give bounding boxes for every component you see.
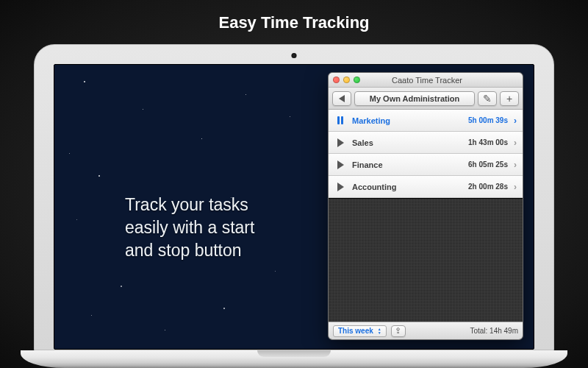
project-breadcrumb[interactable]: My Own Administration [354,91,475,106]
chevron-right-icon: › [514,160,517,170]
task-row[interactable]: Marketing 5h 00m 39s › [329,110,523,132]
camera-dot [292,53,297,58]
stepper-arrows-icon [378,328,381,335]
window-title: Caato Time Tracker [336,76,518,85]
task-row[interactable]: Finance 6h 05m 25s › [329,154,523,176]
promo-text: Track your tasks easily with a start and… [125,194,254,262]
titlebar: Caato Time Tracker [329,73,523,88]
task-time: 1h 43m 00s [468,138,508,146]
play-button[interactable] [334,159,346,171]
play-icon [337,160,344,169]
add-button[interactable]: + [500,91,519,106]
breadcrumb-label: My Own Administration [370,94,459,103]
pencil-icon: ✎ [483,93,492,105]
total-label: Total: 14h 49m [470,327,518,335]
task-name: Sales [352,138,462,147]
back-icon [339,95,345,102]
task-time: 2h 00m 28s [468,183,508,191]
play-button[interactable] [334,137,346,149]
play-button[interactable] [334,181,346,193]
page-title: Easy Time Tracking [0,13,588,32]
desktop-screen: Track your tasks easily with a start and… [54,64,534,350]
toolbar: My Own Administration ✎ + [329,88,523,110]
empty-area [329,198,523,322]
range-select[interactable]: This week [333,325,387,337]
export-button[interactable]: ⇪ [391,325,406,337]
laptop-notch [257,350,331,357]
task-time: 5h 00m 39s [468,116,508,124]
plus-icon: + [506,93,512,105]
footer: This week ⇪ Total: 14h 49m [329,322,523,339]
task-row[interactable]: Accounting 2h 00m 28s › [329,176,523,198]
task-name: Accounting [352,183,462,191]
task-list: Marketing 5h 00m 39s › Sales 1h 43m 00s … [329,110,523,198]
task-name: Finance [352,160,462,169]
laptop-base [21,350,567,368]
task-time: 6h 05m 25s [468,160,508,169]
export-icon: ⇪ [395,326,401,336]
chevron-right-icon: › [514,116,517,126]
task-row[interactable]: Sales 1h 43m 00s › [329,132,523,154]
range-label: This week [338,327,373,335]
laptop-mockup: Track your tasks easily with a start and… [34,44,554,368]
chevron-right-icon: › [514,182,517,192]
task-name: Marketing [352,116,462,125]
pause-button[interactable] [334,115,346,127]
chevron-right-icon: › [514,138,517,148]
edit-button[interactable]: ✎ [478,91,497,106]
back-button[interactable] [332,91,351,106]
play-icon [337,183,344,191]
app-window: Caato Time Tracker My Own Administration… [328,72,523,340]
play-icon [337,138,344,147]
pause-icon [337,116,343,124]
